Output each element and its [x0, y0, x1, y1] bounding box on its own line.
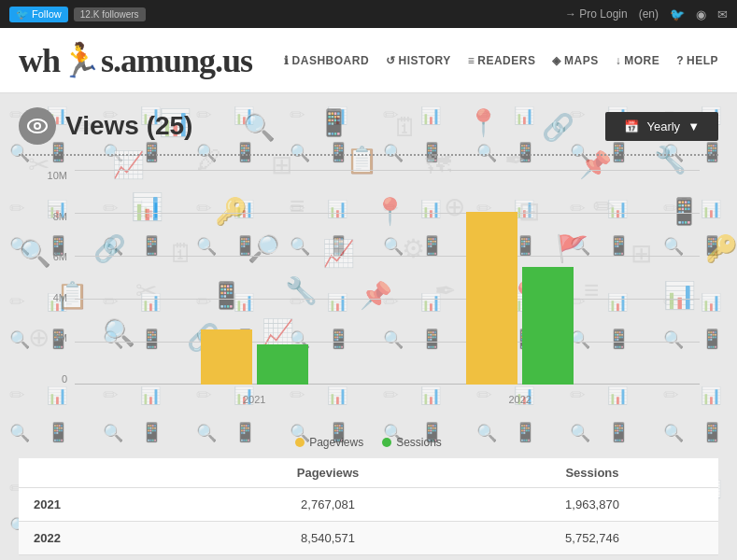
bar-2021-pageviews [201, 329, 252, 385]
dropdown-icon: ▼ [687, 119, 700, 133]
views-title-text: Views (25) [65, 111, 192, 141]
yearly-label: Yearly [646, 119, 680, 133]
bar-group-2022: 2022 [466, 212, 574, 385]
dotted-separator [19, 154, 718, 156]
yearly-button[interactable]: 📅 Yearly ▼ [605, 112, 718, 141]
mail-icon[interactable]: ✉ [717, 7, 728, 21]
y-label-10m: 10M [48, 170, 75, 181]
chart-legend: Pageviews Sessions [19, 436, 718, 449]
more-icon: ↓ [616, 54, 622, 67]
legend-sessions: Sessions [382, 436, 442, 449]
navbar: wh🏃s.amung.us ℹ DASHBOARD ↺ HISTORY ≡ RE… [0, 28, 737, 93]
twitter-bird-icon: 🐦 [16, 8, 29, 21]
bar-2022-label: 2022 [509, 394, 531, 405]
topbar-right: → Pro Login (en) 🐦 ◉ ✉ [565, 7, 728, 21]
bar-2021-label: 2021 [243, 394, 265, 405]
nav-more[interactable]: ↓ MORE [616, 54, 660, 67]
rss-icon[interactable]: ◉ [696, 7, 706, 21]
table-header-row: Pageviews Sessions [19, 458, 718, 488]
logo-text-rest: s.amung.us [101, 42, 252, 79]
language-selector[interactable]: (en) [639, 7, 659, 21]
maps-icon: ◈ [552, 54, 561, 67]
views-header: Views (25) 📅 Yearly ▼ [19, 107, 718, 145]
views-title: Views (25) [19, 107, 192, 145]
table-cell-year: 2021 [19, 488, 190, 522]
svg-point-2 [35, 124, 39, 128]
table-cell-sessions: 1,963,870 [466, 488, 718, 522]
readers-icon: ≡ [468, 54, 475, 67]
chart-container: 10M 8M 6M 4M 2M 0 [19, 170, 718, 431]
followers-badge: 12.K followers [74, 7, 146, 21]
nav-readers[interactable]: ≡ READERS [468, 54, 536, 67]
y-label-4m: 4M [53, 292, 75, 303]
legend-pageviews-dot [295, 438, 305, 447]
bar-2022-sessions [522, 267, 574, 385]
logo-text-wh: wh [19, 42, 60, 79]
table-cell-year: 2022 [19, 522, 190, 555]
topbar: 🐦 Follow 12.K followers → Pro Login (en)… [0, 0, 737, 28]
calendar-icon: 📅 [624, 119, 639, 133]
bar-2022-pageviews [466, 212, 517, 385]
y-label-6m: 6M [53, 251, 75, 262]
main-nav: ℹ DASHBOARD ↺ HISTORY ≡ READERS ◈ MAPS ↓… [284, 54, 718, 67]
bar-2021-sessions [257, 344, 308, 385]
table-header-year [19, 458, 190, 488]
logo: wh🏃s.amung.us [19, 41, 252, 80]
y-label-2m: 2M [53, 332, 75, 343]
table-header-pageviews: Pageviews [190, 458, 466, 488]
table-cell-sessions: 5,752,746 [466, 522, 718, 555]
nav-history[interactable]: ↺ HISTORY [386, 54, 451, 67]
data-table: Pageviews Sessions 2021 2,767,081 1,963,… [19, 458, 718, 555]
table-header-sessions: Sessions [466, 458, 718, 488]
dashboard-icon: ℹ [284, 54, 290, 67]
table-row: 2022 8,540,571 5,752,746 [19, 522, 718, 555]
twitter-icon[interactable]: 🐦 [670, 7, 685, 21]
nav-maps[interactable]: ◈ MAPS [552, 54, 598, 67]
nav-dashboard[interactable]: ℹ DASHBOARD [284, 54, 369, 67]
table-cell-pageviews: 2,767,081 [190, 488, 466, 522]
legend-pageviews-label: Pageviews [309, 436, 363, 449]
eye-icon [19, 107, 56, 145]
legend-sessions-label: Sessions [396, 436, 442, 449]
legend-pageviews: Pageviews [295, 436, 363, 449]
legend-sessions-dot [382, 438, 391, 447]
table-row: 2021 2,767,081 1,963,870 [19, 488, 718, 522]
login-icon: → [565, 7, 576, 21]
table-cell-pageviews: 8,540,571 [190, 522, 466, 555]
content-wrapper: Views (25) 📅 Yearly ▼ 10M 8M 6M 4M 2M 0 [19, 107, 718, 555]
history-icon: ↺ [386, 54, 396, 67]
help-icon: ? [676, 54, 684, 67]
bar-group-2021: 2021 [201, 329, 308, 385]
follow-label: Follow [32, 8, 62, 20]
pro-login-link[interactable]: → Pro Login [565, 7, 628, 21]
y-label-0: 0 [62, 373, 75, 385]
follow-button[interactable]: 🐦 Follow [9, 7, 68, 22]
topbar-left: 🐦 Follow 12.K followers [9, 7, 146, 22]
y-label-8m: 8M [53, 211, 75, 222]
main-content: ✏ 📊 🔍 📱 🗓 📍 🔗 ⚙ ⊕ ✂ 📈 🖊 ⊞ 📋 🗺 ✒ 📌 🔧 ≡ 📊 … [0, 93, 737, 560]
logo-person-icon: 🏃 [60, 42, 101, 79]
nav-help[interactable]: ? HELP [676, 54, 718, 67]
